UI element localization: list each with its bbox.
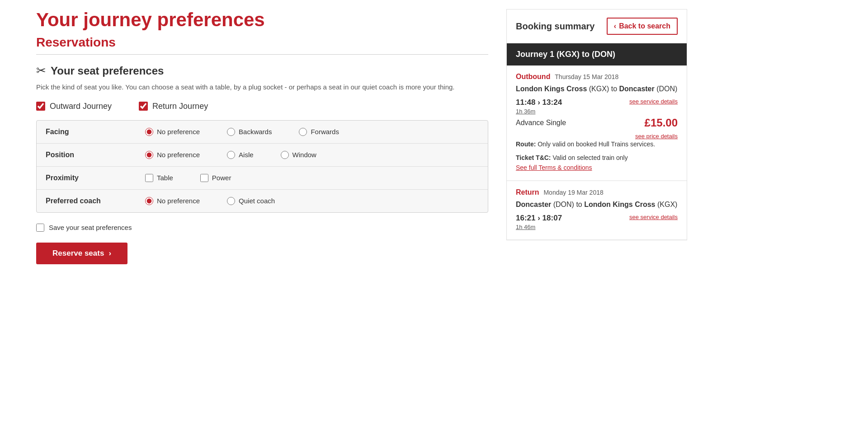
seat-pref-title: Your seat preferences [51, 65, 164, 77]
preferred-coach-row: Preferred coach No preference Quiet coac… [37, 190, 488, 212]
proximity-power-checkbox[interactable] [200, 174, 208, 182]
sidebar: Booking summary ‹ Back to search Journey… [506, 9, 687, 264]
return-depart: 16:21 [516, 214, 535, 222]
tnc-label: Ticket T&C: [516, 154, 551, 161]
coach-quiet-text: Quiet coach [239, 197, 275, 205]
facing-forwards-label[interactable]: Forwards [299, 128, 339, 136]
return-times: 16:21 › 18:07 1h 46m see service details [516, 214, 678, 230]
outbound-to-code: (DON) [656, 85, 677, 93]
position-no-pref-radio[interactable] [145, 151, 153, 159]
return-see-service-link[interactable]: see service details [629, 214, 678, 220]
position-window-radio[interactable] [281, 151, 289, 159]
return-arrive: 18:07 [542, 214, 562, 222]
facing-forwards-radio[interactable] [299, 128, 307, 136]
outbound-route: London Kings Cross (KGX) to Doncaster (D… [516, 84, 678, 94]
proximity-row: Proximity Table Power [37, 167, 488, 190]
back-chevron-icon: ‹ [614, 22, 616, 30]
return-time-info: 16:21 › 18:07 1h 46m [516, 214, 562, 230]
return-departure-arrival: 16:21 › 18:07 [516, 214, 562, 223]
coach-no-pref-label[interactable]: No preference [145, 197, 200, 205]
coach-quiet-radio[interactable] [227, 197, 235, 205]
coach-quiet-label[interactable]: Quiet coach [227, 197, 275, 205]
outbound-ticket-row: Advance Single £15.00 [516, 117, 678, 129]
proximity-table-label[interactable]: Table [145, 174, 173, 182]
facing-no-pref-text: No preference [157, 128, 200, 136]
return-journey-checkbox-label[interactable]: Return Journey [139, 102, 208, 111]
tnc-link[interactable]: See full Terms & conditions [516, 163, 678, 173]
coach-no-pref-text: No preference [157, 197, 200, 205]
position-window-label[interactable]: Window [281, 151, 316, 159]
outbound-from-code: (KGX) [589, 85, 609, 93]
preferred-coach-label: Preferred coach [46, 197, 145, 205]
position-aisle-radio[interactable] [227, 151, 235, 159]
outbound-departure-arrival: 11:48 › 13:24 [516, 98, 562, 107]
outbound-tnc: Ticket T&C: Valid on selected train only… [516, 153, 678, 173]
outbound-arrive: 13:24 [542, 98, 562, 107]
position-row: Position No preference Aisle Window [37, 144, 488, 167]
facing-backwards-radio[interactable] [227, 128, 235, 136]
seat-pref-description: Pick the kind of seat you like. You can … [36, 82, 488, 93]
outbound-duration: 1h 36m [516, 108, 562, 115]
journey-card-header: Journey 1 (KGX) to (DON) [507, 43, 687, 65]
outbound-see-service-link[interactable]: see service details [629, 98, 678, 105]
return-to-word: to [576, 201, 584, 208]
position-options: No preference Aisle Window [145, 151, 479, 159]
journey-checkboxes: Outward Journey Return Journey [36, 102, 488, 111]
journey-card-title: Journey 1 (KGX) to (DON) [516, 50, 615, 59]
return-journey-checkbox[interactable] [139, 102, 148, 111]
main-content: Your journey preferences Reservations ✂ … [36, 9, 488, 264]
seat-icon: ✂ [36, 64, 46, 78]
position-window-text: Window [292, 151, 316, 159]
return-date: Monday 19 Mar 2018 [543, 189, 603, 196]
preferred-coach-options: No preference Quiet coach [145, 197, 479, 205]
outward-journey-checkbox[interactable] [36, 102, 45, 111]
return-journey-label: Return Journey [152, 102, 208, 111]
page-title: Your journey preferences [36, 9, 488, 31]
section-title: Reservations [36, 35, 488, 50]
proximity-power-text: Power [212, 174, 231, 182]
return-arrow-icon: › [538, 214, 542, 222]
return-from-station: Doncaster [516, 201, 551, 208]
proximity-label: Proximity [46, 174, 145, 182]
outward-journey-checkbox-label[interactable]: Outward Journey [36, 102, 112, 111]
outbound-see-price-link[interactable]: see price details [516, 133, 678, 140]
save-preferences-label[interactable]: Save your seat preferences [36, 224, 488, 232]
facing-options: No preference Backwards Forwards [145, 128, 479, 136]
facing-backwards-text: Backwards [239, 128, 272, 136]
facing-no-pref-radio[interactable] [145, 128, 153, 136]
save-preferences-text: Save your seat preferences [49, 224, 132, 231]
return-direction: Return Monday 19 Mar 2018 [516, 188, 678, 196]
outbound-depart: 11:48 [516, 98, 535, 107]
reserve-button-label: Reserve seats [52, 249, 104, 258]
reserve-button-arrow-icon: › [108, 249, 111, 258]
proximity-table-text: Table [157, 174, 173, 182]
outbound-duration-text: 1h 36m [516, 108, 535, 115]
seat-pref-header: ✂ Your seat preferences [36, 64, 488, 78]
back-to-search-button[interactable]: ‹ Back to search [607, 18, 678, 35]
outbound-price: £15.00 [645, 117, 678, 129]
outbound-from-station: London Kings Cross [516, 85, 587, 93]
proximity-table-checkbox[interactable] [145, 174, 153, 182]
divider [36, 54, 488, 55]
return-duration: 1h 46m [516, 224, 562, 230]
outbound-arrow-icon: › [538, 98, 542, 107]
proximity-power-label[interactable]: Power [200, 174, 231, 182]
outbound-ticket-type: Advance Single [516, 119, 566, 127]
coach-no-pref-radio[interactable] [145, 197, 153, 205]
return-label: Return [516, 188, 539, 196]
position-no-pref-label[interactable]: No preference [145, 151, 200, 159]
facing-no-pref-label[interactable]: No preference [145, 128, 200, 136]
return-route: Doncaster (DON) to London Kings Cross (K… [516, 199, 678, 210]
facing-forwards-text: Forwards [311, 128, 339, 136]
outbound-label: Outbound [516, 73, 550, 80]
return-from-code: (DON) [553, 201, 574, 208]
facing-backwards-label[interactable]: Backwards [227, 128, 272, 136]
reserve-button[interactable]: Reserve seats › [36, 243, 127, 264]
facing-label: Facing [46, 128, 145, 136]
position-aisle-text: Aisle [239, 151, 254, 159]
save-preferences-checkbox[interactable] [36, 224, 44, 232]
position-aisle-label[interactable]: Aisle [227, 151, 254, 159]
outbound-to-word: to [611, 85, 619, 93]
outbound-route-label: Route: [516, 140, 536, 148]
preferences-table: Facing No preference Backwards Forwards [36, 120, 488, 213]
